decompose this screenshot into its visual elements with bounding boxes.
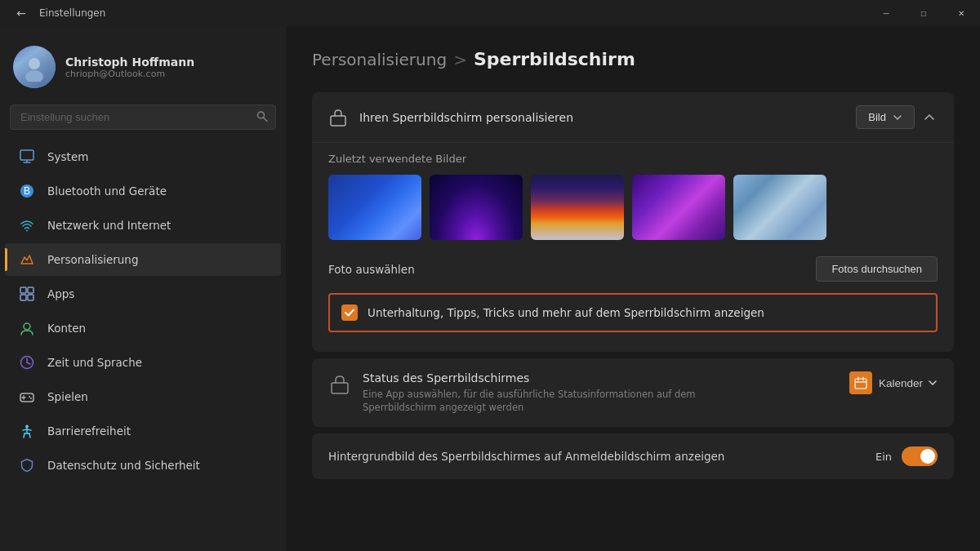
sidebar-item-personalization[interactable]: Personalisierung <box>5 243 281 276</box>
user-section[interactable]: Christoph Hoffmann chrioph@Outlook.com <box>0 39 286 104</box>
personalize-title: Ihren Sperrbildschirm personalisieren <box>359 111 573 124</box>
status-text: Status des Sperrbildschirmes Eine App au… <box>363 371 771 414</box>
time-icon <box>18 353 36 371</box>
gallery-label: Zuletzt verwendete Bilder <box>328 153 938 165</box>
sidebar-item-label: Personalisierung <box>47 253 138 266</box>
sidebar-item-network[interactable]: Netzwerk und Internet <box>5 209 281 242</box>
svg-rect-13 <box>28 295 33 300</box>
svg-rect-25 <box>331 116 345 126</box>
wallpaper-gallery <box>328 175 938 240</box>
sidebar-item-accounts[interactable]: Konten <box>5 312 281 344</box>
svg-line-3 <box>264 118 268 122</box>
titlebar-title: Einstellungen <box>39 7 105 19</box>
wallpaper-thumb-2[interactable] <box>430 175 523 240</box>
sidebar-item-label: Apps <box>47 287 74 300</box>
calendar-dropdown[interactable]: Kalender <box>879 377 938 389</box>
status-title: Status des Sperrbildschirmes <box>363 371 771 384</box>
svg-rect-4 <box>20 150 33 160</box>
calendar-icon <box>849 371 872 394</box>
chevron-down-icon <box>893 113 902 122</box>
toggle-right: Ein <box>875 447 938 466</box>
svg-rect-27 <box>855 379 866 389</box>
titlebar-controls: ─ □ ✕ <box>867 0 980 26</box>
sidebar-item-privacy[interactable]: Datenschutz und Sicherheit <box>5 449 281 482</box>
sidebar-item-label: Bluetooth und Geräte <box>47 184 167 198</box>
photo-label: Foto auswählen <box>328 263 415 276</box>
wallpaper-thumb-4[interactable] <box>632 175 725 240</box>
gaming-icon <box>18 388 36 406</box>
collapse-button[interactable] <box>921 109 938 126</box>
wallpaper-thumb-3[interactable] <box>531 175 624 240</box>
svg-text:B: B <box>24 185 30 197</box>
sidebar-item-system[interactable]: System <box>5 140 281 173</box>
background-toggle-label: Hintergrundbild des Sperrbildschirmes au… <box>328 450 724 463</box>
svg-point-9 <box>26 230 28 232</box>
sidebar-item-label: System <box>47 150 88 163</box>
svg-point-22 <box>30 398 32 399</box>
svg-rect-10 <box>20 287 26 293</box>
search-input[interactable] <box>10 104 276 130</box>
breadcrumb-current: Sperrbildschirm <box>474 49 635 69</box>
user-info: Christoph Hoffmann chrioph@Outlook.com <box>65 56 194 79</box>
wallpaper-thumb-1[interactable] <box>328 175 421 240</box>
status-desc: Eine App auswählen, für die ausführliche… <box>363 388 771 414</box>
back-button[interactable]: ← <box>10 2 33 24</box>
sidebar-item-time[interactable]: Zeit und Sprache <box>5 346 281 379</box>
personalization-icon <box>18 251 36 269</box>
card-header: Ihren Sperrbildschirm personalisieren Bi… <box>312 92 954 142</box>
svg-rect-11 <box>28 287 33 293</box>
checkmark-icon <box>344 307 355 318</box>
checkbox-checked <box>341 304 358 321</box>
personalize-card: Ihren Sperrbildschirm personalisieren Bi… <box>312 92 954 352</box>
privacy-icon <box>18 456 36 474</box>
background-toggle-card: Hintergrundbild des Sperrbildschirmes au… <box>312 433 954 479</box>
sidebar-item-label: Datenschutz und Sicherheit <box>47 459 200 472</box>
status-card-inner: Status des Sperrbildschirmes Eine App au… <box>328 371 938 414</box>
checkbox-row[interactable]: Unterhaltung, Tipps, Tricks und mehr auf… <box>328 293 938 332</box>
breadcrumb: Personalisierung > Sperrbildschirm <box>312 49 954 69</box>
sidebar-item-apps[interactable]: Apps <box>5 278 281 310</box>
content-area: Personalisierung > Sperrbildschirm Ihren… <box>286 26 980 551</box>
accessibility-icon <box>18 422 36 440</box>
avatar <box>13 46 56 88</box>
browse-photos-button[interactable]: Fotos durchsuchen <box>816 256 938 282</box>
search-box <box>10 104 276 130</box>
system-icon <box>18 148 36 166</box>
sidebar-item-accessibility[interactable]: Barrierefreiheit <box>5 415 281 447</box>
sidebar-item-label: Zeit und Sprache <box>47 356 142 369</box>
titlebar: ← Einstellungen ─ □ ✕ <box>0 0 980 26</box>
svg-point-0 <box>29 58 40 69</box>
avatar-svg <box>20 52 49 82</box>
svg-rect-12 <box>20 295 26 300</box>
sidebar-item-label: Spielen <box>47 390 88 403</box>
breadcrumb-separator: > <box>453 50 467 69</box>
dropdown-value: Bild <box>868 111 886 123</box>
minimize-button[interactable]: ─ <box>867 0 905 26</box>
sidebar: Christoph Hoffmann chrioph@Outlook.com S… <box>0 26 286 551</box>
style-dropdown[interactable]: Bild <box>856 105 915 129</box>
svg-point-21 <box>29 396 30 398</box>
titlebar-left: ← Einstellungen <box>10 2 105 24</box>
lock-status-icon <box>328 373 351 396</box>
photo-row: Foto auswählen Fotos durchsuchen <box>328 256 938 282</box>
card-header-left: Ihren Sperrbildschirm personalisieren <box>328 108 573 127</box>
svg-point-14 <box>24 323 30 330</box>
card-header-right: Bild <box>856 105 938 129</box>
wallpaper-thumb-5[interactable] <box>733 175 826 240</box>
close-button[interactable]: ✕ <box>942 0 980 26</box>
sidebar-item-bluetooth[interactable]: B Bluetooth und Geräte <box>5 175 281 207</box>
chevron-down-icon <box>928 378 938 388</box>
status-card: Status des Sperrbildschirmes Eine App au… <box>312 358 954 427</box>
maximize-button[interactable]: □ <box>905 0 942 26</box>
avatar-image <box>13 46 56 88</box>
sidebar-item-label: Konten <box>47 322 86 335</box>
user-email: chrioph@Outlook.com <box>65 69 194 79</box>
background-toggle-switch[interactable] <box>902 447 938 466</box>
svg-point-1 <box>25 70 43 82</box>
svg-rect-26 <box>332 383 348 393</box>
search-icon <box>256 110 268 124</box>
card-expanded-content: Zuletzt verwendete Bilder Foto auswählen… <box>312 142 954 352</box>
sidebar-item-gaming[interactable]: Spielen <box>5 380 281 413</box>
bluetooth-icon: B <box>18 182 36 200</box>
breadcrumb-parent: Personalisierung <box>312 50 447 69</box>
